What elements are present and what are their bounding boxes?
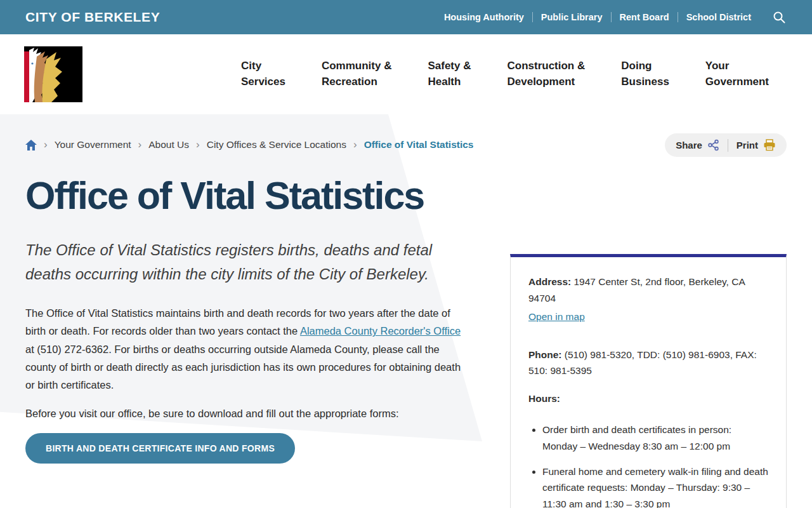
breadcrumb-separator: ›	[352, 138, 358, 151]
breadcrumb-about-us[interactable]: About Us	[148, 139, 189, 150]
nav-community-recreation[interactable]: Community & Recreation	[322, 58, 392, 90]
topbar-link-housing-authority[interactable]: Housing Authority	[436, 12, 532, 22]
birth-death-certificate-button[interactable]: BIRTH AND DEATH CERTIFICATE INFO AND FOR…	[25, 433, 295, 464]
nav-city-services[interactable]: City Services	[241, 58, 285, 90]
utility-bar: CITY OF BERKELEY Housing Authority Publi…	[0, 0, 812, 34]
phone-label: Phone:	[528, 349, 562, 360]
topbar-link-public-library[interactable]: Public Library	[533, 12, 611, 22]
breadcrumb: › Your Government › About Us › City Offi…	[25, 114, 787, 151]
page-title: Office of Vital Statistics	[25, 173, 787, 218]
breadcrumb-your-government[interactable]: Your Government	[55, 139, 131, 150]
address-label: Address:	[528, 276, 571, 287]
utility-links: Housing Authority Public Library Rent Bo…	[436, 10, 787, 25]
hours-item-certificates: Order birth and death certificates in pe…	[542, 422, 768, 454]
phone-value: (510) 981-5320, TDD: (510) 981-6903, FAX…	[528, 349, 757, 377]
search-icon[interactable]	[772, 10, 787, 25]
breadcrumb-current: Office of Vital Statistics	[364, 139, 474, 150]
site-brand[interactable]: CITY OF BERKELEY	[25, 10, 160, 25]
home-icon[interactable]	[25, 140, 37, 150]
nav-doing-business[interactable]: Doing Business	[621, 58, 669, 90]
breadcrumb-separator: ›	[43, 138, 49, 151]
city-of-berkeley-logo[interactable]	[24, 46, 82, 102]
hours-list: Order birth and death certificates in pe…	[542, 422, 768, 508]
open-in-map-link[interactable]: Open in map	[528, 309, 585, 325]
breadcrumb-separator: ›	[195, 138, 201, 151]
topbar-link-rent-board[interactable]: Rent Board	[612, 12, 678, 22]
nav-construction-development[interactable]: Construction & Development	[507, 58, 585, 90]
main-nav: City Services Community & Recreation Saf…	[241, 58, 769, 90]
alameda-county-recorders-office-link[interactable]: Alameda County Recorder's Office	[300, 325, 461, 337]
body-paragraph: The Office of Vital Statistics maintains…	[25, 304, 469, 394]
hours-item-funeral: Funeral home and cemetery walk-in filing…	[542, 464, 768, 508]
hours-label: Hours:	[528, 391, 768, 407]
intro-text: The Office of Vital Statistics registers…	[25, 238, 441, 287]
breadcrumb-separator: ›	[137, 138, 143, 151]
breadcrumb-city-offices[interactable]: City Offices & Service Locations	[207, 139, 346, 150]
nav-safety-health[interactable]: Safety & Health	[428, 58, 471, 90]
nav-your-government[interactable]: Your Government	[705, 58, 769, 90]
site-header: City Services Community & Recreation Saf…	[0, 34, 812, 114]
phone-block: Phone: (510) 981-5320, TDD: (510) 981-69…	[528, 347, 768, 379]
main-content: Share Print › Your Government › About Us…	[0, 114, 812, 508]
contact-info-card: Address: 1947 Center St, 2nd floor, Berk…	[510, 254, 787, 508]
address-block: Address: 1947 Center St, 2nd floor, Berk…	[528, 274, 768, 306]
topbar-link-school-district[interactable]: School District	[678, 12, 759, 22]
body-text-after-link: at (510) 272-6362. For births or deaths …	[25, 344, 461, 391]
